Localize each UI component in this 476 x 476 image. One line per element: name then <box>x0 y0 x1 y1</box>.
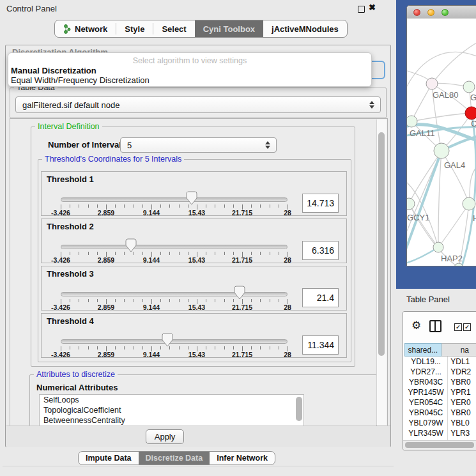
algorithm-option-manual-discretization[interactable]: Manual Discretization <box>11 66 96 75</box>
node-label: H <box>473 213 476 223</box>
tick-mark <box>206 346 206 349</box>
tick-mark <box>70 346 70 349</box>
table-row[interactable]: YDL19... YDL1 <box>403 357 476 367</box>
table-row[interactable]: YDR27... YDR2 <box>403 367 476 377</box>
tab-discretize-data[interactable]: Discretize Data <box>139 452 210 464</box>
number-of-intervals-combobox[interactable]: 5 <box>120 137 277 153</box>
attributes-list[interactable]: SelfLoopsTopologicalCoefficientBetweenne… <box>39 394 304 426</box>
column-layout-icon[interactable] <box>429 320 441 332</box>
threshold-slider-thumb[interactable] <box>162 333 173 347</box>
threshold-slider-thumb[interactable] <box>186 191 197 205</box>
table-horizontal-scrollbar[interactable] <box>403 440 476 450</box>
table-row[interactable]: YBR045C YBR0 <box>403 408 476 418</box>
cell-shared-name: YDR27... <box>404 367 448 377</box>
zoom-traffic-light-icon[interactable] <box>441 9 449 16</box>
threshold-slider-track[interactable] <box>61 339 288 344</box>
scrollbar-thumb[interactable] <box>405 442 474 448</box>
minimize-traffic-light-icon[interactable] <box>427 9 434 16</box>
close-icon[interactable]: ✖ <box>369 3 376 12</box>
attribute-item-selfloops[interactable]: SelfLoops <box>40 395 303 405</box>
tab-jactivemnodules[interactable]: jActiveMNodules <box>263 20 347 37</box>
threshold-slider-thumb[interactable] <box>125 238 137 252</box>
network-node-c[interactable] <box>465 107 476 119</box>
table-header-row: shared... na <box>403 343 476 357</box>
node-label: HAP2 <box>441 254 463 263</box>
threshold-slider-thumb[interactable] <box>234 286 245 300</box>
tick-mark <box>134 252 134 255</box>
interval-definition-title: Interval Definition <box>35 122 102 131</box>
cell-shared-name: YDL19... <box>404 357 448 367</box>
threshold-value-field[interactable]: 6.316 <box>302 241 339 260</box>
table-data-combobox[interactable]: galFiltered.sif default node <box>15 96 381 113</box>
threshold-value-field[interactable]: 21.4 <box>302 288 339 307</box>
table-row[interactable]: YPR145W YPR1 <box>403 387 476 397</box>
tick-label: -3.426 <box>38 351 83 358</box>
tick-mark <box>169 204 170 208</box>
thresholds-group: Threshold's Coordinates for 5 Intervals … <box>38 159 351 362</box>
network-node-gal80[interactable] <box>426 78 438 89</box>
combo-spinner-icon <box>265 141 270 149</box>
tab-label: Discretize Data <box>146 454 203 463</box>
threshold-slider-track[interactable] <box>61 245 288 249</box>
checkbox-icon[interactable]: ✓ <box>454 323 462 331</box>
tick-mark <box>79 252 79 255</box>
threshold-value-field[interactable]: 11.344 <box>302 335 339 355</box>
table-row[interactable]: YER054C YER0 <box>403 397 476 408</box>
tick-mark <box>215 299 215 302</box>
tab-impute-data[interactable]: Impute Data <box>79 452 139 464</box>
threshold-row: Threshold 1 -3.4262.8599.14415.4321.7152… <box>41 171 347 216</box>
table-panel-title: Table Panel <box>406 295 450 304</box>
tab-cyni-toolbox[interactable]: Cyni Toolbox <box>195 20 263 37</box>
table-row[interactable]: YBR043C YBR0 <box>403 377 476 387</box>
tick-mark <box>124 346 125 349</box>
tick-mark <box>179 252 180 255</box>
network-canvas[interactable]: GAL80GACGAL11GAL4GCY1HHAP2 <box>407 19 476 266</box>
column-header-name[interactable]: na <box>441 343 476 357</box>
tick-mark <box>279 204 279 208</box>
thresholds-group-title: Threshold's Coordinates for 5 Intervals <box>42 155 184 164</box>
threshold-slider-track[interactable] <box>61 197 288 202</box>
tick-label: 15.43 <box>174 209 219 217</box>
tick-mark <box>88 252 89 255</box>
table-row[interactable]: YLR345W YLR3 <box>403 428 476 438</box>
float-window-icon[interactable] <box>358 6 365 13</box>
attribute-item-topologicalcoefficient[interactable]: TopologicalCoefficient <box>40 405 303 415</box>
attribute-item-betweennesscentrality[interactable]: BetweennessCentrality <box>40 415 303 426</box>
network-node-ga[interactable] <box>463 81 475 93</box>
tick-mark <box>233 204 234 208</box>
apply-button[interactable]: Apply <box>146 429 184 444</box>
network-graph: GAL80GACGAL11GAL4GCY1HHAP2 <box>407 19 476 266</box>
algorithm-option-equal-width-frequency-discretization[interactable]: Equal Width/Frequency Discretization <box>11 75 150 85</box>
tab-network[interactable]: Network <box>55 20 116 37</box>
bottom-tabbar: Impute DataDiscretize DataInfer Network <box>78 451 275 465</box>
tick-mark <box>233 252 234 255</box>
network-node-gal11[interactable] <box>407 116 417 127</box>
tab-infer-network[interactable]: Infer Network <box>210 452 275 464</box>
scrollbar-thumb[interactable] <box>378 132 385 356</box>
threshold-slider-track[interactable] <box>61 292 288 296</box>
tick-mark <box>134 299 134 302</box>
network-node-h[interactable] <box>463 197 475 210</box>
threshold-value-field[interactable]: 14.713 <box>302 194 339 213</box>
gear-icon[interactable]: ⚙ <box>411 319 421 332</box>
attributes-list-scrollbar[interactable] <box>296 397 302 421</box>
network-node-hap2[interactable] <box>433 242 443 252</box>
tab-label: jActiveMNodules <box>272 24 339 34</box>
tick-mark <box>188 299 188 302</box>
table-row[interactable]: YBL079W YBL0 <box>403 418 476 428</box>
column-header-shared-name[interactable]: shared... <box>404 343 441 357</box>
network-node-gal4[interactable] <box>434 143 449 158</box>
settings-scroll-panel: Interval Definition Number of Intervals … <box>10 118 388 426</box>
close-traffic-light-icon[interactable] <box>413 9 420 16</box>
tab-select[interactable]: Select <box>153 20 194 37</box>
network-window-titlebar <box>407 6 476 19</box>
cell-shared-name: YER054C <box>404 397 448 408</box>
settings-vertical-scrollbar[interactable] <box>376 119 387 425</box>
tick-mark <box>270 299 270 302</box>
tab-style[interactable]: Style <box>116 20 153 37</box>
tick-mark <box>160 346 161 349</box>
network-node-gcy1[interactable] <box>407 198 415 210</box>
checkbox-icon[interactable]: ✓ <box>463 323 471 331</box>
node-label: GAL80 <box>433 90 458 100</box>
attributes-group-title: Attributes to discretize <box>34 370 118 379</box>
